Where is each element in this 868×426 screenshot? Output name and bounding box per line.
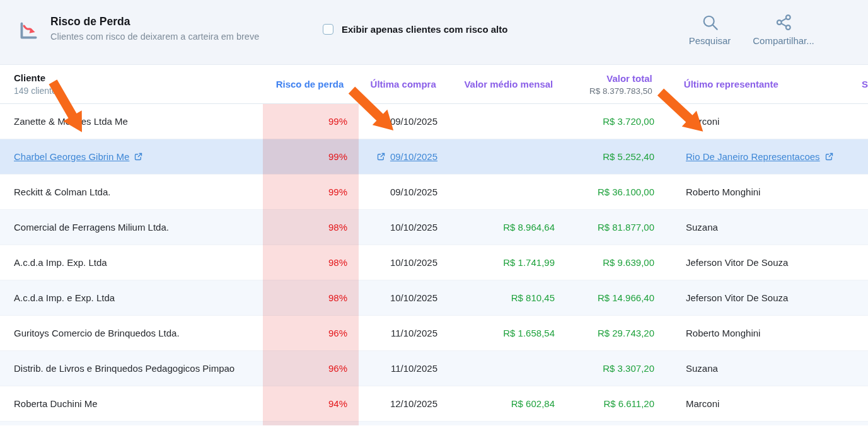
last-purchase-date: 12/10/2025 (390, 398, 437, 409)
client-link[interactable]: Charbel Georges Gibrin Me (14, 151, 143, 162)
risk-value: 96% (328, 363, 347, 374)
risk-value: 98% (328, 292, 347, 303)
table-row[interactable]: Distrib. de Livros e Brinquedos Pedagogi… (0, 351, 868, 386)
total-value: R$ 3.720,00 (603, 116, 654, 127)
page-title: Risco de Perda (50, 15, 259, 28)
title-block: Risco de Perda Clientes com risco de dei… (16, 15, 259, 43)
client-name: Reckitt & Colman Ltda. (14, 187, 110, 197)
client-count: 149 clientes (14, 86, 61, 96)
table-header: Cliente 149 clientes Risco de perda Últi… (0, 65, 868, 104)
high-risk-checkbox[interactable] (323, 24, 333, 35)
client-name: A.c.d.a Imp. Exp. Ltda (14, 257, 107, 268)
last-purchase-date: 11/10/2025 (391, 363, 437, 374)
avg-monthly-value: R$ 1.658,54 (503, 328, 555, 338)
high-risk-filter[interactable]: Exibir apenas clientes com risco alto (323, 24, 507, 35)
table-row[interactable]: A.c.d.a Imp. Exp. Ltda98%10/10/2025R$ 1.… (0, 245, 868, 280)
table-row[interactable]: Zanette & Mendes Ltda Me99%09/10/2025R$ … (0, 104, 868, 139)
column-header-truncated[interactable]: S (862, 79, 868, 89)
last-purchase-date: 09/10/2025 (390, 116, 437, 127)
risk-value: 99% (328, 116, 347, 127)
total-value: R$ 36.100,00 (598, 187, 654, 197)
loss-trend-chart-icon (16, 19, 40, 43)
client-name: A.c.d.a Imp. e Exp. Ltda (14, 292, 115, 303)
table-row[interactable]: Charbel Georges Gibrin Me99%09/10/2025R$… (0, 139, 868, 175)
risk-value: 94% (328, 398, 347, 409)
risk-value: 98% (328, 222, 347, 233)
avg-monthly-value: R$ 602,84 (511, 398, 555, 409)
external-link-icon (825, 152, 834, 161)
last-purchase-link[interactable]: 09/10/2025 (376, 151, 437, 162)
column-header-total[interactable]: Valor total R$ 8.379.783,50 (589, 73, 652, 96)
client-name: Guritoys Comercio de Brinquedos Ltda. (14, 328, 180, 338)
representative-name: Roberto Monghini (686, 187, 760, 197)
table-body: Zanette & Mendes Ltda Me99%09/10/2025R$ … (0, 104, 868, 425)
column-header-avg-monthly[interactable]: Valor médio mensal (464, 79, 553, 89)
representative-name: Roberto Monghini (686, 328, 760, 338)
partial-next-row (0, 422, 868, 425)
risk-value: 99% (328, 151, 347, 162)
last-purchase-date: 10/10/2025 (390, 222, 437, 233)
client-name: Roberta Duchini Me (14, 398, 98, 409)
representative-name: Jeferson Vitor De Souza (686, 292, 788, 303)
truncated-action-button[interactable]: Co (859, 33, 868, 44)
search-button[interactable]: Pesquisar (685, 13, 735, 46)
last-purchase-date: 10/10/2025 (390, 292, 437, 303)
external-link-icon (376, 152, 386, 161)
table-row[interactable]: Comercial de Ferragens Milium Ltda.98%10… (0, 210, 868, 245)
total-value: R$ 6.611,20 (603, 398, 654, 409)
column-header-risk[interactable]: Risco de perda (276, 79, 344, 89)
external-link-icon (134, 152, 143, 161)
avg-monthly-value: R$ 8.964,64 (503, 222, 555, 233)
page-subtitle: Clientes com risco de deixarem a carteir… (50, 32, 259, 42)
last-purchase-date: 09/10/2025 (390, 187, 437, 197)
high-risk-filter-label: Exibir apenas clientes com risco alto (342, 24, 507, 35)
total-value: R$ 5.252,40 (603, 151, 654, 162)
table-row[interactable]: Roberta Duchini Me94%12/10/2025R$ 602,84… (0, 386, 868, 422)
representative-name: Marconi (686, 116, 719, 127)
column-header-representative[interactable]: Último representante (684, 79, 778, 89)
risk-value: 96% (328, 328, 347, 338)
representative-name: Suzana (686, 222, 718, 233)
risk-value: 98% (328, 257, 347, 268)
total-value: R$ 9.639,00 (603, 257, 654, 268)
table-row[interactable]: Guritoys Comercio de Brinquedos Ltda.96%… (0, 316, 868, 351)
search-button-label: Pesquisar (689, 35, 731, 46)
total-value: R$ 3.307,20 (603, 363, 654, 374)
client-name: Distrib. de Livros e Brinquedos Pedagogi… (14, 363, 234, 374)
representative-name: Suzana (686, 363, 718, 374)
column-header-last-purchase[interactable]: Última compra (371, 79, 436, 89)
client-name: Comercial de Ferragens Milium Ltda. (14, 222, 169, 233)
total-value: R$ 81.877,00 (598, 222, 654, 233)
table-row[interactable]: A.c.d.a Imp. e Exp. Ltda98%10/10/2025R$ … (0, 280, 868, 316)
representative-name: Marconi (686, 398, 719, 409)
column-header-client[interactable]: Cliente 149 clientes (14, 72, 61, 96)
topbar: Risco de Perda Clientes com risco de dei… (0, 0, 868, 65)
last-purchase-date: 11/10/2025 (391, 328, 437, 338)
table-row[interactable]: Reckitt & Colman Ltda.99%09/10/2025R$ 36… (0, 175, 868, 210)
risk-value: 99% (328, 187, 347, 197)
share-button-label: Compartilhar... (753, 35, 814, 46)
total-sum: R$ 8.379.783,50 (589, 86, 652, 96)
last-purchase-date: 10/10/2025 (390, 257, 437, 268)
avg-monthly-value: R$ 1.741,99 (503, 257, 555, 268)
total-value: R$ 14.966,40 (598, 292, 654, 303)
total-value: R$ 29.743,20 (598, 328, 654, 338)
avg-monthly-value: R$ 810,45 (511, 292, 555, 303)
representative-name: Jeferson Vitor De Souza (686, 257, 788, 268)
client-name: Zanette & Mendes Ltda Me (14, 116, 128, 127)
share-button[interactable]: Compartilhar... (749, 13, 818, 46)
representative-link[interactable]: Rio De Janeiro Representacoes (686, 151, 834, 162)
share-icon (775, 13, 793, 32)
search-icon (701, 13, 719, 32)
